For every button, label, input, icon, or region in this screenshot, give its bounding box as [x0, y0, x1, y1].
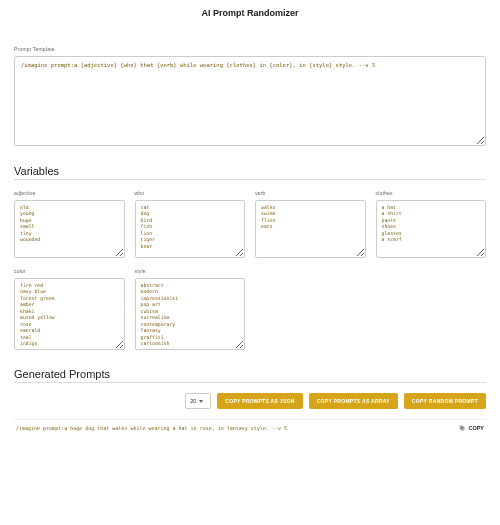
page-title: AI Prompt Randomizer	[14, 8, 486, 18]
count-value: 20	[190, 398, 196, 404]
variable-cell: color	[14, 268, 125, 350]
variable-cell: who	[135, 190, 246, 258]
divider	[14, 179, 486, 180]
generated-heading: Generated Prompts	[14, 368, 486, 380]
copy-json-button[interactable]: COPY PROMPTS AS JSON	[217, 393, 302, 409]
variables-heading: Variables	[14, 165, 486, 177]
copy-random-button[interactable]: COPY RANDOM PROMPT	[404, 393, 486, 409]
variables-row-1: adjective who verb clothes	[14, 190, 486, 258]
variable-input-adjective[interactable]	[14, 200, 125, 258]
variable-input-who[interactable]	[135, 200, 246, 258]
prompt-template-input[interactable]	[14, 56, 486, 146]
variable-cell: adjective	[14, 190, 125, 258]
copy-row-button[interactable]: COPY	[459, 425, 484, 431]
variable-cell: style	[135, 268, 246, 350]
variable-cell: verb	[255, 190, 366, 258]
variable-input-style[interactable]	[135, 278, 246, 350]
variable-label: style	[135, 268, 246, 274]
variable-label: verb	[255, 190, 366, 196]
copy-row-label: COPY	[468, 425, 484, 431]
count-select[interactable]: 20	[185, 393, 211, 409]
copy-array-button[interactable]: COPY PROMPTS AS ARRAY	[309, 393, 398, 409]
generated-text: /imagine prompt:a huge dog that walks wh…	[16, 425, 287, 431]
copy-icon	[459, 425, 465, 431]
chevron-down-icon	[199, 400, 203, 403]
actions-bar: 20 COPY PROMPTS AS JSON COPY PROMPTS AS …	[14, 393, 486, 409]
variable-input-color[interactable]	[14, 278, 125, 350]
variable-label: adjective	[14, 190, 125, 196]
variables-row-2: color style	[14, 268, 486, 350]
variable-label: color	[14, 268, 125, 274]
variable-label: clothes	[376, 190, 487, 196]
variable-input-clothes[interactable]	[376, 200, 487, 258]
variable-input-verb[interactable]	[255, 200, 366, 258]
variable-cell: clothes	[376, 190, 487, 258]
variable-label: who	[135, 190, 246, 196]
prompt-template-label: Prompt Template	[14, 46, 486, 52]
generated-row: /imagine prompt:a huge dog that walks wh…	[14, 419, 486, 431]
divider	[14, 382, 486, 383]
